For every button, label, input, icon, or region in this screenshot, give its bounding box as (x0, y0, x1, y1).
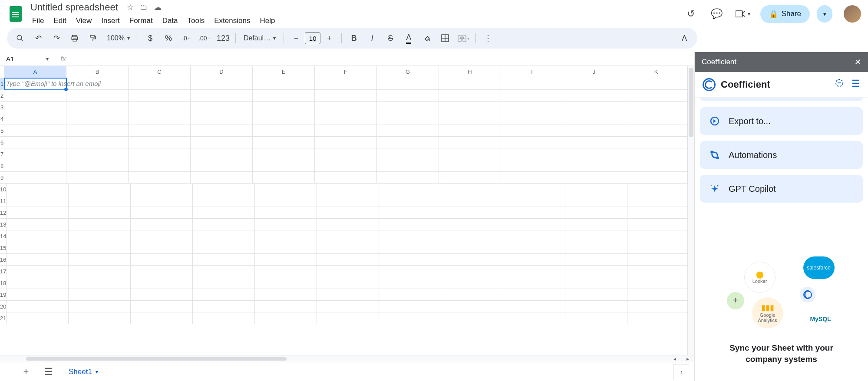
cell-I6[interactable] (501, 137, 563, 148)
cell-B21[interactable] (69, 312, 131, 324)
cell-G14[interactable] (379, 230, 441, 242)
explore-button[interactable]: ‹ (673, 364, 689, 380)
cell-F11[interactable] (317, 195, 379, 207)
cell-G1[interactable] (377, 78, 439, 90)
cell-G21[interactable] (379, 312, 441, 324)
history-icon[interactable]: ↺ (682, 5, 700, 23)
cell-G5[interactable] (377, 125, 439, 137)
cell-C18[interactable] (131, 277, 193, 289)
cell-D16[interactable] (193, 254, 255, 266)
row-header-3[interactable]: 3 (0, 102, 4, 113)
cell-I18[interactable] (503, 277, 565, 289)
cell-D18[interactable] (193, 277, 255, 289)
cell-A13[interactable] (7, 219, 69, 230)
cell-H17[interactable] (441, 266, 503, 277)
cell-A17[interactable] (7, 266, 69, 277)
cell-B15[interactable] (69, 242, 131, 254)
cell-J3[interactable] (563, 102, 625, 113)
cell-E13[interactable] (255, 219, 317, 230)
cell-E17[interactable] (255, 266, 317, 277)
cell-A20[interactable] (7, 301, 69, 312)
cell-D2[interactable] (191, 90, 253, 102)
cell-E12[interactable] (255, 207, 317, 219)
cell-H2[interactable] (439, 90, 501, 102)
increase-decimal-button[interactable]: .00→ (197, 30, 213, 46)
row-header-2[interactable]: 2 (0, 90, 4, 102)
cell-A14[interactable] (7, 230, 69, 242)
cell-C14[interactable] (131, 230, 193, 242)
comments-icon[interactable]: 💬 (708, 5, 726, 23)
cell-K10[interactable] (627, 184, 687, 195)
cell-F12[interactable] (317, 207, 379, 219)
cell-E5[interactable] (253, 125, 315, 137)
cell-G7[interactable] (377, 148, 439, 160)
cell-E9[interactable] (253, 172, 315, 184)
cell-B6[interactable] (66, 137, 129, 148)
cell-E14[interactable] (255, 230, 317, 242)
cell-J10[interactable] (565, 184, 627, 195)
cell-A4[interactable] (4, 113, 66, 125)
cell-E21[interactable] (255, 312, 317, 324)
cell-K21[interactable] (627, 312, 687, 324)
cell-A2[interactable] (4, 90, 66, 102)
row-header-18[interactable]: 18 (0, 277, 7, 289)
cell-F7[interactable] (315, 148, 377, 160)
sheet-tab-sheet1[interactable]: Sheet1 ▾ (63, 364, 104, 380)
cell-J21[interactable] (565, 312, 627, 324)
share-dropdown[interactable]: ▾ (817, 5, 832, 23)
cell-J15[interactable] (565, 242, 627, 254)
row-header-7[interactable]: 7 (0, 148, 4, 160)
cell-A7[interactable] (4, 148, 66, 160)
cell-J4[interactable] (563, 113, 625, 125)
cell-C9[interactable] (129, 172, 191, 184)
cell-F8[interactable] (315, 160, 377, 172)
cell-G3[interactable] (377, 102, 439, 113)
cell-J17[interactable] (565, 266, 627, 277)
cell-B4[interactable] (66, 113, 129, 125)
column-header-K[interactable]: K (625, 66, 687, 78)
cell-G10[interactable] (379, 184, 441, 195)
cell-I15[interactable] (503, 242, 565, 254)
cell-G20[interactable] (379, 301, 441, 312)
cell-D17[interactable] (193, 266, 255, 277)
cell-B10[interactable] (69, 184, 131, 195)
cell-A12[interactable] (7, 207, 69, 219)
cell-K19[interactable] (627, 289, 687, 301)
more-toolbar-button[interactable]: ⋮ (480, 30, 496, 46)
cell-C5[interactable] (129, 125, 191, 137)
cell-K9[interactable] (625, 172, 687, 184)
fill-handle[interactable] (64, 88, 68, 91)
cell-J16[interactable] (565, 254, 627, 266)
cell-D9[interactable] (191, 172, 253, 184)
cell-F10[interactable] (317, 184, 379, 195)
cell-I1[interactable] (501, 78, 563, 90)
cell-J6[interactable] (563, 137, 625, 148)
redo-button[interactable]: ↷ (49, 30, 64, 46)
cell-D4[interactable] (191, 113, 253, 125)
menu-icon[interactable]: ☰ (851, 78, 860, 91)
cell-K5[interactable] (625, 125, 687, 137)
cell-H15[interactable] (441, 242, 503, 254)
meet-button[interactable]: ▾ (734, 5, 752, 23)
cell-I20[interactable] (503, 301, 565, 312)
cell-A9[interactable] (4, 172, 66, 184)
print-button[interactable] (67, 30, 83, 46)
cell-C7[interactable] (129, 148, 191, 160)
cell-J13[interactable] (565, 219, 627, 230)
cell-H14[interactable] (441, 230, 503, 242)
cell-A10[interactable] (7, 184, 69, 195)
cell-B17[interactable] (69, 266, 131, 277)
cell-K8[interactable] (625, 160, 687, 172)
cell-K18[interactable] (627, 277, 687, 289)
cell-C17[interactable] (131, 266, 193, 277)
cell-A5[interactable] (4, 125, 66, 137)
cell-F4[interactable] (315, 113, 377, 125)
row-header-1[interactable]: 1 (0, 78, 4, 90)
cell-K13[interactable] (627, 219, 687, 230)
cell-E6[interactable] (253, 137, 315, 148)
paint-format-button[interactable] (85, 30, 101, 46)
cell-I7[interactable] (501, 148, 563, 160)
cell-E18[interactable] (255, 277, 317, 289)
fill-color-button[interactable] (419, 30, 435, 46)
cell-H20[interactable] (441, 301, 503, 312)
